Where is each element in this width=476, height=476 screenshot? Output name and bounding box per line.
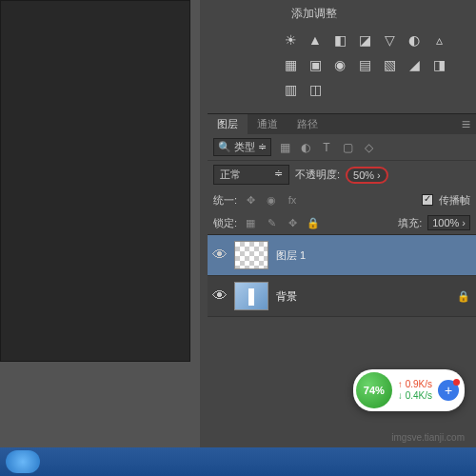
- adj-threshold-icon[interactable]: ◨: [430, 56, 447, 73]
- lock-pixels-icon[interactable]: ✎: [264, 215, 279, 230]
- adj-bw-icon[interactable]: ▦: [282, 56, 299, 73]
- layer-thumbnail[interactable]: [234, 282, 268, 310]
- filter-adjust-icon[interactable]: ◐: [298, 140, 313, 155]
- layer-filter-row: 🔍 类型 ≑ ▦ ◐ T ▢ ◇: [208, 134, 476, 161]
- unify-label: 统一:: [213, 193, 237, 208]
- adj-channel-mixer-icon[interactable]: ◉: [331, 56, 348, 73]
- panel-tabs: 图层 通道 路径 ≡: [208, 113, 476, 134]
- tab-paths[interactable]: 路径: [288, 114, 327, 134]
- download-speed: 0.4K/s: [406, 390, 432, 401]
- speed-plus-button[interactable]: +: [438, 380, 459, 401]
- fill-label: 填充:: [398, 216, 422, 230]
- fill-input[interactable]: 100% ›: [427, 215, 470, 230]
- filter-pixel-icon[interactable]: ▦: [277, 140, 292, 155]
- layer-name[interactable]: 图层 1: [276, 248, 470, 263]
- chevron-down-icon: ≑: [258, 141, 267, 153]
- speed-stats: ↑ 0.9K/s ↓ 0.4K/s: [398, 379, 432, 402]
- unify-visibility-icon[interactable]: ◉: [264, 192, 279, 208]
- adj-hue-icon[interactable]: ◐: [406, 31, 423, 49]
- filter-shape-icon[interactable]: ▢: [340, 140, 355, 155]
- visibility-toggle-icon[interactable]: 👁: [213, 248, 227, 262]
- propagate-label: 传播帧: [439, 193, 470, 208]
- adj-selective-icon[interactable]: ◫: [307, 81, 324, 98]
- filter-smart-icon[interactable]: ◇: [361, 140, 376, 155]
- tab-layers[interactable]: 图层: [208, 114, 248, 134]
- opacity-label: 不透明度:: [295, 168, 340, 182]
- filter-type-label: 类型: [234, 140, 255, 154]
- chevron-right-icon: ›: [377, 169, 381, 181]
- canvas-area[interactable]: [0, 0, 190, 362]
- blend-mode-value: 正常: [220, 168, 241, 182]
- adj-lookup-icon[interactable]: ▤: [356, 56, 373, 73]
- adj-invert-icon[interactable]: ▧: [381, 56, 398, 73]
- blend-row: 正常 ≑ 不透明度: 50% ›: [208, 161, 476, 188]
- adj-curves-icon[interactable]: ◧: [331, 31, 348, 49]
- lock-position-icon[interactable]: ✥: [285, 215, 300, 230]
- watermark: imgsve.tianji.com: [391, 432, 465, 443]
- layers-list: 👁 图层 1 👁 背景 🔒: [208, 235, 476, 317]
- adjustments-title: 添加调整: [215, 4, 468, 28]
- panel-menu-icon[interactable]: ≡: [456, 114, 476, 134]
- adj-balance-icon[interactable]: ▵: [430, 31, 447, 49]
- adjustments-panel: 添加调整 ☀ ▲ ◧ ◪ ▽ ◐ ▵ ▦ ▣ ◉ ▤ ▧ ◢ ◨ ▥ ◫: [208, 0, 476, 106]
- opacity-input[interactable]: 50% ›: [346, 167, 388, 184]
- filter-type-dropdown[interactable]: 🔍 类型 ≑: [213, 138, 271, 156]
- blend-mode-dropdown[interactable]: 正常 ≑: [213, 165, 289, 185]
- adj-vibrance-icon[interactable]: ▽: [381, 31, 398, 49]
- adj-exposure-icon[interactable]: ◪: [356, 31, 373, 49]
- layer-name[interactable]: 背景: [276, 289, 449, 304]
- lock-icon: 🔒: [457, 290, 470, 303]
- panel-divider[interactable]: [200, 0, 208, 476]
- adjustments-grid: ☀ ▲ ◧ ◪ ▽ ◐ ▵ ▦ ▣ ◉ ▤ ▧ ◢ ◨ ▥ ◫: [215, 28, 468, 102]
- upload-speed: 0.9K/s: [406, 379, 432, 389]
- filter-text-icon[interactable]: T: [319, 140, 334, 155]
- adj-levels-icon[interactable]: ▲: [307, 31, 324, 49]
- layer-item[interactable]: 👁 图层 1: [208, 235, 476, 276]
- adj-brightness-icon[interactable]: ☀: [282, 31, 299, 49]
- taskbar[interactable]: [0, 447, 476, 476]
- tab-channels[interactable]: 通道: [248, 114, 288, 134]
- unify-row: 统一: ✥ ◉ fx 传播帧: [208, 188, 476, 211]
- adj-photo-filter-icon[interactable]: ▣: [307, 56, 324, 73]
- network-speed-widget[interactable]: 74% ↑ 0.9K/s ↓ 0.4K/s +: [353, 369, 465, 411]
- visibility-toggle-icon[interactable]: 👁: [213, 289, 227, 303]
- arrow-down-icon: ↓: [398, 390, 403, 401]
- search-icon: 🔍: [218, 141, 231, 153]
- adj-gradient-map-icon[interactable]: ▥: [282, 81, 299, 98]
- adj-posterize-icon[interactable]: ◢: [406, 56, 423, 73]
- layer-item[interactable]: 👁 背景 🔒: [208, 276, 476, 317]
- opacity-value: 50%: [353, 169, 374, 181]
- layer-thumbnail[interactable]: [234, 241, 268, 269]
- lock-label: 锁定:: [213, 216, 237, 230]
- speed-percent-badge: 74%: [356, 372, 392, 408]
- chevron-right-icon: ›: [462, 217, 466, 228]
- lock-transparent-icon[interactable]: ▦: [243, 215, 258, 230]
- unify-style-icon[interactable]: fx: [285, 192, 300, 208]
- propagate-checkbox[interactable]: [422, 194, 433, 206]
- unify-position-icon[interactable]: ✥: [243, 192, 258, 208]
- fill-value: 100%: [432, 217, 459, 228]
- start-button[interactable]: [6, 450, 40, 473]
- chevron-down-icon: ≑: [274, 168, 283, 182]
- arrow-up-icon: ↑: [398, 379, 403, 389]
- lock-row: 锁定: ▦ ✎ ✥ 🔒 填充: 100% ›: [208, 211, 476, 235]
- lock-all-icon[interactable]: 🔒: [306, 215, 321, 230]
